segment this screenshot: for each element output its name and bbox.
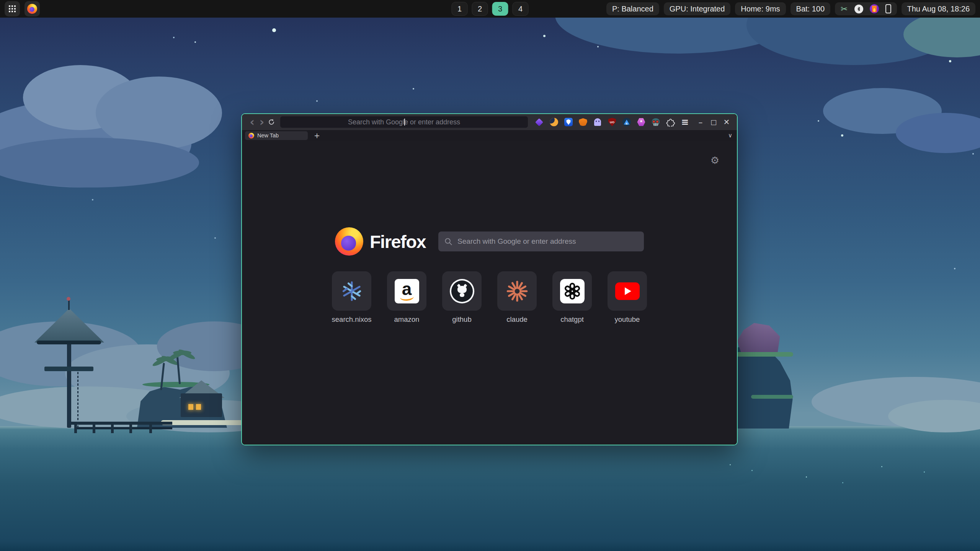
urlbar-placeholder: Search with Google or enter address: [348, 118, 460, 126]
firefox-launcher-button[interactable]: [24, 1, 40, 16]
bluetooth-icon[interactable]: [854, 5, 863, 13]
back-icon: ‹: [250, 117, 254, 127]
app-menu-button[interactable]: ≡: [680, 117, 689, 127]
ping-pill[interactable]: Home: 9ms: [735, 2, 786, 15]
island-with-watchtower: [34, 298, 272, 440]
shortcut-amazon[interactable]: a amazon: [387, 271, 426, 324]
shortcut-label: search.nixos: [332, 315, 372, 324]
close-button[interactable]: ✕: [721, 117, 732, 127]
watchtower-platform: [44, 367, 93, 371]
text-caret: [404, 119, 405, 126]
active-tab[interactable]: New Tab: [245, 131, 308, 140]
ublock-origin-icon[interactable]: UO: [608, 117, 617, 127]
metamask-fox-icon[interactable]: [578, 117, 588, 127]
nordvpn-icon[interactable]: [622, 117, 631, 127]
watchtower-pole: [67, 330, 71, 428]
firefox-logo: [335, 227, 363, 256]
hamburger-menu-icon: ≡: [681, 117, 689, 127]
flame-icon[interactable]: [870, 4, 879, 13]
chatgpt-openai-icon: [560, 279, 585, 303]
pier: [71, 422, 172, 425]
bitwarden-icon[interactable]: [564, 117, 573, 127]
apps-grid-button[interactable]: [5, 1, 20, 16]
shortcut-tiles: search.nixos a amazon: [242, 271, 737, 324]
battery-pill[interactable]: Bat: 100: [791, 2, 831, 15]
reload-icon: [268, 118, 275, 126]
firefox-wordmark: Firefox: [370, 231, 426, 252]
workspace-switcher: 1 2 3 4: [452, 0, 529, 18]
shortcut-label: github: [452, 315, 471, 324]
newtab-settings-gear-icon[interactable]: ⚙: [710, 155, 719, 166]
purple-diamond-extension-icon[interactable]: [535, 117, 544, 127]
newtab-hero: Firefox Search with Google or enter addr…: [242, 227, 737, 256]
extensions-puzzle-icon[interactable]: [666, 117, 675, 127]
shortcut-claude[interactable]: claude: [497, 271, 537, 324]
shortcut-label: chatgpt: [560, 315, 584, 324]
maximize-button[interactable]: □: [708, 117, 719, 127]
workspace-1[interactable]: 1: [452, 2, 468, 16]
newtab-search-input[interactable]: Search with Google or enter address: [438, 231, 644, 251]
navigation-toolbar: ‹ › Search with Google or enter address …: [242, 114, 737, 130]
url-bar[interactable]: Search with Google or enter address: [280, 116, 528, 128]
glowing-window: [196, 404, 201, 410]
firefox-icon: [27, 4, 37, 14]
clock[interactable]: Thu Aug 08, 18:26: [902, 2, 975, 15]
claude-starburst-icon: [506, 280, 528, 302]
firefox-favicon: [248, 133, 254, 139]
phone-icon[interactable]: [885, 4, 891, 13]
shortcut-label: youtube: [615, 315, 640, 324]
list-all-tabs-chevron[interactable]: ∨: [728, 132, 732, 139]
shortcut-search-nixos[interactable]: search.nixos: [332, 271, 371, 324]
ghostery-ghost-icon[interactable]: [593, 117, 602, 127]
shortcut-github[interactable]: github: [442, 271, 482, 324]
amazon-icon: a: [395, 279, 419, 303]
glowing-window: [188, 404, 193, 410]
search-icon: [444, 238, 452, 246]
system-tray: ✂: [835, 2, 897, 15]
power-profile-pill[interactable]: P: Balanced: [606, 2, 659, 15]
hut: [181, 393, 222, 417]
tab-strip: New Tab + ∨: [242, 130, 737, 141]
shortcut-label: claude: [506, 315, 528, 324]
watchtower-chain: [77, 372, 78, 429]
orange-crescent-extension-icon[interactable]: [549, 117, 559, 127]
minimize-button[interactable]: –: [695, 117, 706, 127]
back-button[interactable]: ‹: [247, 117, 257, 127]
scissors-icon[interactable]: ✂: [841, 4, 848, 14]
status-modules: P: Balanced GPU: Integrated Home: 9ms Ba…: [606, 2, 980, 15]
forward-icon: ›: [260, 117, 264, 127]
nixos-snowflake-icon: [341, 280, 363, 302]
spy-agent-extension-icon[interactable]: [651, 117, 660, 127]
newtab-search-placeholder: Search with Google or enter address: [457, 237, 576, 246]
forward-button[interactable]: ›: [257, 117, 266, 127]
tab-title: New Tab: [257, 132, 279, 139]
workspace-3-active[interactable]: 3: [492, 2, 508, 16]
extension-buttons: UO * ≡: [535, 117, 689, 127]
github-octocat-icon: [450, 279, 474, 303]
workspace-4[interactable]: 4: [513, 2, 529, 16]
new-tab-button[interactable]: +: [312, 131, 322, 140]
top-status-bar: 1 2 3 4 P: Balanced GPU: Integrated Home…: [0, 0, 980, 18]
workspace-2[interactable]: 2: [472, 2, 488, 16]
shortcut-chatgpt[interactable]: chatgpt: [552, 271, 592, 324]
shortcut-youtube[interactable]: youtube: [608, 271, 647, 324]
gpu-pill[interactable]: GPU: Integrated: [664, 2, 731, 15]
reload-button[interactable]: [267, 117, 276, 127]
youtube-play-icon: [615, 282, 640, 300]
shortcut-label: amazon: [394, 315, 420, 324]
pink-hexagon-extension-icon[interactable]: *: [637, 117, 646, 127]
newtab-page: ⚙ Firefox Search with Google or enter ad…: [242, 141, 737, 445]
firefox-window: ‹ › Search with Google or enter address …: [241, 113, 738, 445]
apps-grid-icon: [9, 5, 10, 7]
window-controls: – □ ✕: [695, 117, 732, 127]
right-cliff: [736, 314, 831, 429]
